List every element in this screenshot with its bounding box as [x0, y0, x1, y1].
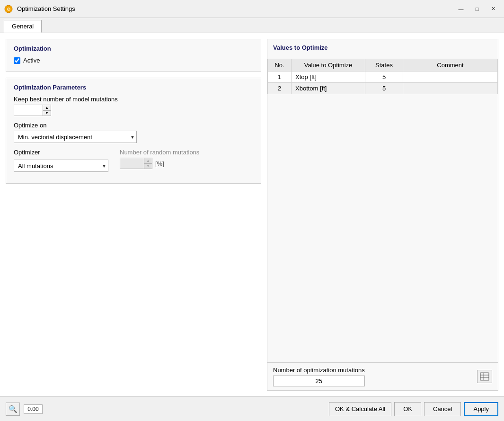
table-tool-button[interactable]	[477, 370, 492, 383]
table-wrapper: No. Value to Optimize States Comment 1 X…	[267, 59, 498, 362]
main-content: Optimization Active Optimization Paramet…	[0, 33, 504, 396]
ok-button[interactable]: OK	[394, 402, 421, 416]
search-button[interactable]: 🔍	[6, 403, 20, 416]
window-title: Optimization Settings	[17, 5, 454, 12]
random-mut-unit: [%]	[155, 160, 164, 167]
tab-general[interactable]: General	[4, 20, 42, 33]
keep-best-down[interactable]: ▼	[43, 110, 51, 116]
right-bottom: Number of optimization mutations 25	[267, 362, 498, 390]
svg-rect-2	[480, 373, 489, 380]
right-panel: Values to Optimize No. Value to Optimize…	[267, 39, 498, 391]
cell-no-2: 2	[268, 83, 292, 94]
cell-comment-1	[403, 72, 498, 83]
values-section: Values to Optimize No. Value to Optimize…	[267, 39, 498, 391]
active-row: Active	[14, 57, 253, 64]
optimizer-row: Optimizer All mutations Random mutations…	[14, 149, 253, 172]
table-header-row: No. Value to Optimize States Comment	[268, 59, 498, 72]
values-header: Values to Optimize	[267, 39, 498, 59]
random-mut-item: Number of random mutations 30.00 ▲ ▼ [%]	[120, 149, 199, 169]
cell-value-2[interactable]: Xbottom [ft]	[292, 83, 365, 94]
table-row: 2 Xbottom [ft] 5	[268, 83, 498, 94]
keep-best-input[interactable]: 25	[14, 105, 43, 116]
apply-button[interactable]: Apply	[464, 402, 498, 416]
close-button[interactable]: ✕	[486, 3, 500, 15]
optimization-section-title: Optimization	[14, 45, 253, 52]
minimize-button[interactable]: —	[454, 3, 468, 15]
mutations-value: 25	[273, 376, 365, 386]
optimizer-label: Optimizer	[14, 149, 108, 156]
window-controls: — □ ✕	[454, 3, 500, 15]
left-panel: Optimization Active Optimization Paramet…	[6, 39, 261, 391]
keep-best-row: Keep best number of model mutations 25 ▲…	[14, 96, 253, 116]
random-mut-spinbox: 30.00 ▲ ▼	[120, 158, 152, 169]
col-states: States	[365, 59, 403, 72]
footer: 🔍 0.00 OK & Calculate All OK Cancel Appl…	[0, 396, 504, 421]
optimize-on-select[interactable]: Min. vectorial displacement Min. displac…	[14, 131, 137, 143]
col-no: No.	[268, 59, 292, 72]
random-mut-row: 30.00 ▲ ▼ [%]	[120, 158, 199, 169]
params-section-title: Optimization Parameters	[14, 84, 253, 91]
random-mut-down: ▼	[144, 163, 152, 169]
cell-value-1[interactable]: Xtop [ft]	[292, 72, 365, 83]
optimize-on-wrapper: Min. vectorial displacement Min. displac…	[14, 131, 137, 143]
values-section-title: Values to Optimize	[273, 44, 492, 51]
optimize-on-label: Optimize on	[14, 122, 253, 129]
col-value: Value to Optimize	[292, 59, 365, 72]
optimization-section: Optimization Active	[6, 39, 261, 72]
svg-text:⚙: ⚙	[7, 7, 11, 12]
random-mut-label: Number of random mutations	[120, 149, 199, 156]
active-checkbox[interactable]	[14, 57, 20, 64]
tab-bar: General	[0, 18, 504, 33]
optimizer-wrapper: All mutations Random mutations Systemati…	[14, 160, 108, 172]
app-icon: ⚙	[4, 4, 13, 14]
values-table: No. Value to Optimize States Comment 1 X…	[267, 59, 498, 94]
cancel-button[interactable]: Cancel	[424, 402, 461, 416]
col-comment: Comment	[403, 59, 498, 72]
optimize-on-row: Optimize on Min. vectorial displacement …	[14, 122, 253, 143]
active-label: Active	[23, 57, 40, 64]
footer-buttons: OK & Calculate All OK Cancel Apply	[329, 402, 498, 416]
random-mut-up: ▲	[144, 158, 152, 163]
search-icon: 🔍	[9, 405, 18, 413]
params-section: Optimization Parameters Keep best number…	[6, 78, 261, 184]
footer-value-box: 0.00	[24, 404, 43, 414]
optimizer-item: Optimizer All mutations Random mutations…	[14, 149, 108, 172]
cell-comment-2	[403, 83, 498, 94]
table-tool-icon	[480, 372, 489, 381]
keep-best-label: Keep best number of model mutations	[14, 96, 253, 103]
title-bar: ⚙ Optimization Settings — □ ✕	[0, 0, 504, 18]
optimizer-select[interactable]: All mutations Random mutations Systemati…	[14, 160, 108, 172]
keep-best-spinbox: 25 ▲ ▼	[14, 105, 51, 116]
cell-no-1: 1	[268, 72, 292, 83]
mutations-area: Number of optimization mutations 25	[273, 367, 365, 386]
cell-states-2: 5	[365, 83, 403, 94]
mutations-label: Number of optimization mutations	[273, 367, 365, 374]
cell-states-1: 5	[365, 72, 403, 83]
maximize-button[interactable]: □	[470, 3, 484, 15]
ok-calculate-button[interactable]: OK & Calculate All	[329, 402, 391, 416]
footer-left: 🔍 0.00	[6, 403, 329, 416]
random-mut-input: 30.00	[120, 158, 144, 169]
keep-best-up[interactable]: ▲	[43, 105, 51, 110]
table-row: 1 Xtop [ft] 5	[268, 72, 498, 83]
